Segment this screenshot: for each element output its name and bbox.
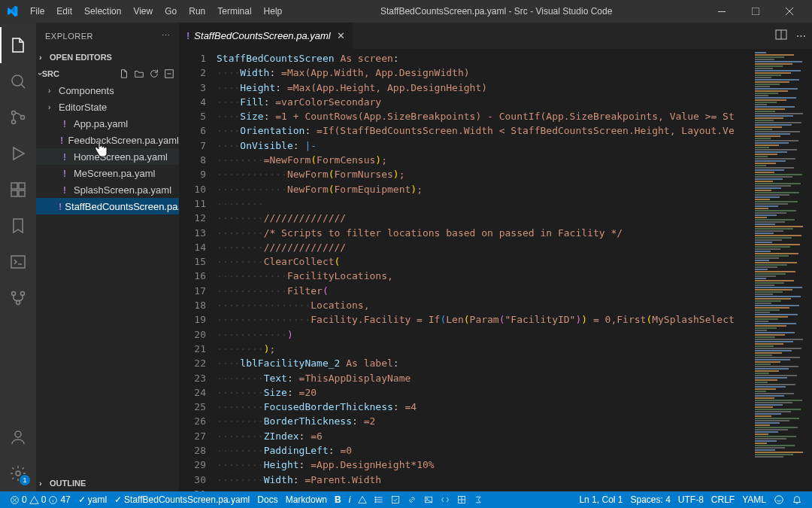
minimap[interactable]: [752, 49, 812, 491]
link-icon[interactable]: [404, 491, 420, 508]
yaml-file-icon: !: [186, 30, 189, 41]
accounts-activity[interactable]: [0, 419, 36, 455]
svg-line-5: [21, 84, 25, 88]
sidebar-title: EXPLORER ⋯: [36, 23, 179, 49]
svg-rect-14: [11, 256, 25, 268]
source-control-activity[interactable]: [0, 99, 36, 135]
open-editors-label: OPEN EDITORS: [50, 53, 112, 62]
menu-help[interactable]: Help: [258, 0, 289, 23]
tab-staffbedcounts[interactable]: ! StaffBedCountsScreen.pa.yaml ✕: [179, 23, 353, 49]
svg-point-4: [12, 75, 23, 86]
editor-area: ! StaffBedCountsScreen.pa.yaml ✕ ⋯ 12345…: [179, 23, 812, 491]
svg-rect-11: [19, 183, 25, 189]
explorer-more-icon[interactable]: ⋯: [162, 31, 171, 41]
menu-selection[interactable]: Selection: [78, 0, 127, 23]
spaces-status[interactable]: Spaces: 4: [626, 491, 674, 508]
yaml-file-icon: !: [59, 151, 71, 163]
run-debug-activity[interactable]: [0, 135, 36, 172]
file-check-status[interactable]: ✓ StaffBedCountsScreen.pa.yaml: [111, 491, 253, 508]
new-file-icon[interactable]: [117, 65, 131, 82]
menu-go[interactable]: Go: [159, 0, 183, 23]
bookmarks-activity[interactable]: [0, 208, 36, 244]
svg-rect-36: [392, 497, 399, 503]
file-homescreen-pa-yaml[interactable]: !HomeScreen.pa.yaml: [36, 148, 179, 165]
extensions-activity[interactable]: [0, 172, 36, 208]
chevron-down-icon: ›: [36, 72, 45, 75]
feedback-icon[interactable]: [770, 491, 788, 508]
grid-icon[interactable]: [453, 491, 470, 508]
yaml-check-status[interactable]: ✓ yaml: [74, 491, 111, 508]
chevron-right-icon: ›: [48, 103, 57, 111]
docs-status[interactable]: Docs: [253, 491, 281, 508]
image-icon[interactable]: [420, 491, 437, 508]
split-editor-icon[interactable]: [775, 29, 787, 43]
menu-run[interactable]: Run: [183, 0, 211, 23]
git-activity[interactable]: [0, 280, 36, 316]
refresh-icon[interactable]: [147, 65, 161, 82]
svg-point-19: [16, 471, 20, 476]
file-tree: ›Components›EditorState!App.pa.yaml!Feed…: [36, 82, 179, 214]
language-status[interactable]: YAML: [738, 491, 770, 508]
svg-point-7: [12, 120, 16, 124]
explorer-activity[interactable]: [0, 27, 36, 63]
folder-editorstate[interactable]: ›EditorState: [36, 99, 179, 115]
file-feedbackscreen-pa-yaml[interactable]: !FeedbackScreen.pa.yaml: [36, 132, 179, 148]
triangle-icon[interactable]: [354, 491, 371, 508]
menu-edit[interactable]: Edit: [50, 0, 78, 23]
svg-point-6: [12, 111, 16, 115]
menu-file[interactable]: File: [24, 0, 50, 23]
src-section[interactable]: ›SRC: [36, 65, 179, 82]
window-controls: [704, 0, 806, 23]
new-folder-icon[interactable]: [132, 65, 146, 82]
code-icon[interactable]: [437, 491, 453, 508]
problems-status[interactable]: 0 0 47: [6, 491, 74, 508]
yaml-file-icon: !: [59, 118, 71, 129]
svg-rect-10: [11, 183, 17, 189]
svg-point-18: [15, 431, 21, 437]
bell-icon[interactable]: [788, 491, 806, 508]
settings-activity[interactable]: 1: [0, 455, 36, 491]
encoding-status[interactable]: UTF-8: [674, 491, 707, 508]
markdown-status[interactable]: Markdown: [282, 491, 331, 508]
explorer-sidebar: EXPLORER ⋯ › OPEN EDITORS ›SRC ›Componen…: [36, 23, 179, 491]
vscode-icon: [6, 5, 18, 17]
editor-body[interactable]: 1234567891011121314151617181920212223242…: [179, 49, 812, 491]
cursor-position[interactable]: Ln 1, Col 1: [575, 491, 626, 508]
menu-terminal[interactable]: Terminal: [211, 0, 257, 23]
menu-bar: FileEditSelectionViewGoRunTerminalHelp: [24, 0, 288, 23]
svg-point-16: [21, 292, 25, 296]
yaml-file-icon: !: [59, 201, 62, 212]
more-actions-icon[interactable]: ⋯: [796, 30, 806, 41]
folder-components[interactable]: ›Components: [36, 82, 179, 99]
check-icon[interactable]: [387, 491, 404, 508]
close-button[interactable]: [772, 0, 806, 23]
file-splashscreen-pa-yaml[interactable]: !SplashScreen.pa.yaml: [36, 181, 179, 198]
chevron-right-icon: ›: [39, 479, 48, 488]
svg-point-33: [375, 497, 377, 498]
activity-bar: 1: [0, 23, 36, 491]
bold-status[interactable]: B: [331, 491, 345, 508]
file-staffbedcountsscreen-pa-yaml[interactable]: !StaffBedCountsScreen.pa.yaml: [36, 198, 179, 214]
yaml-file-icon: !: [59, 135, 65, 146]
minimize-button[interactable]: [704, 0, 738, 23]
yaml-file-icon: !: [59, 184, 71, 196]
svg-rect-1: [752, 8, 759, 15]
open-editors-section[interactable]: › OPEN EDITORS: [36, 49, 179, 65]
outline-label: OUTLINE: [50, 479, 86, 488]
terminal-activity[interactable]: [0, 244, 36, 280]
list-icon[interactable]: [371, 491, 387, 508]
outline-section[interactable]: › OUTLINE: [36, 475, 179, 491]
file-app-pa-yaml[interactable]: !App.pa.yaml: [36, 115, 179, 132]
svg-point-8: [21, 116, 25, 120]
code-content[interactable]: StaffBedCountsScreen As screen:····Width…: [217, 49, 752, 491]
collapse-icon[interactable]: [162, 65, 176, 82]
eol-status[interactable]: CRLF: [707, 491, 738, 508]
search-activity[interactable]: [0, 63, 36, 99]
close-tab-icon[interactable]: ✕: [337, 30, 345, 41]
italic-status[interactable]: i: [345, 491, 355, 508]
file-mescreen-pa-yaml[interactable]: !MeScreen.pa.yaml: [36, 165, 179, 181]
menu-view[interactable]: View: [127, 0, 159, 23]
svg-point-42: [775, 496, 783, 504]
maximize-button[interactable]: [738, 0, 772, 23]
formula-icon[interactable]: [470, 491, 486, 508]
